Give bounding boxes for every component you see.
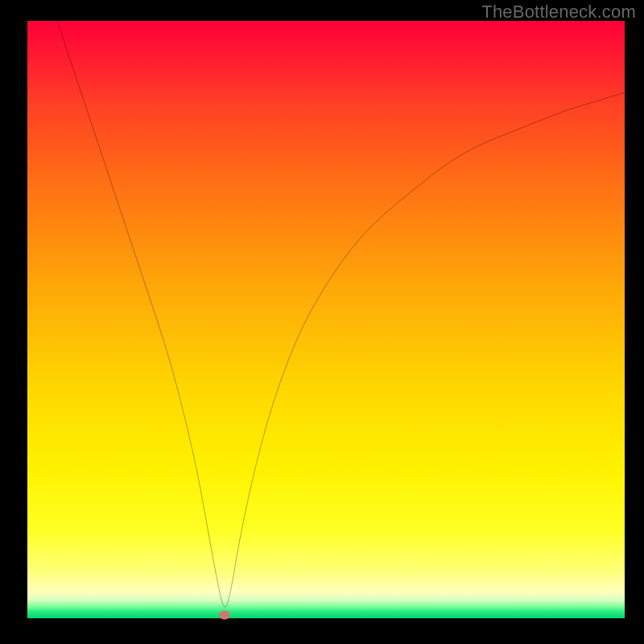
watermark-text: TheBottleneck.com (481, 2, 636, 23)
curve-svg (27, 21, 625, 618)
chart-container: TheBottleneck.com (0, 0, 644, 644)
min-marker (219, 611, 230, 620)
plot-area (27, 21, 625, 618)
bottleneck-curve-path (57, 21, 625, 607)
